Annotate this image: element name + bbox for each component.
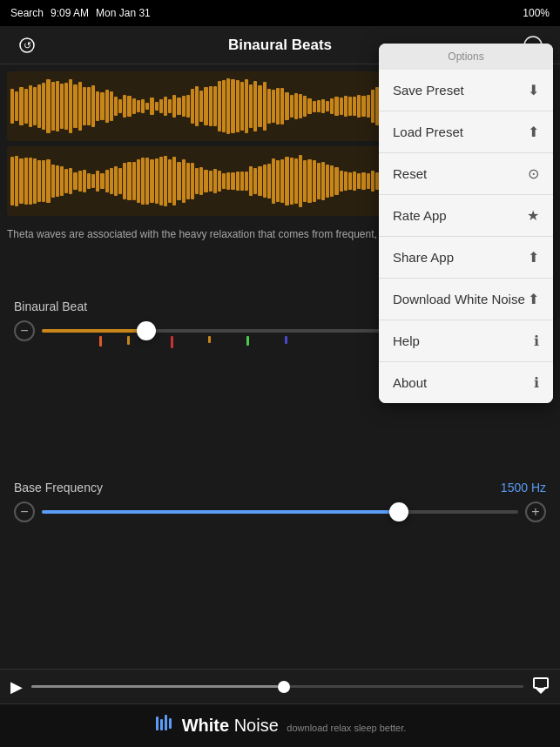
svg-rect-9 — [169, 718, 172, 729]
frequency-decrease-button[interactable]: − — [14, 501, 35, 522]
download-white-noise-label: Download White Noise — [393, 292, 525, 306]
white-noise-icon — [154, 713, 175, 738]
load-preset-label: Load Preset — [393, 124, 463, 139]
save-preset-label: Save Preset — [393, 83, 464, 98]
help-item[interactable]: Help ℹ — [379, 320, 553, 362]
airplay-button[interactable] — [532, 676, 550, 697]
battery-label: 100% — [523, 7, 550, 19]
dropdown-header: Options — [379, 44, 553, 70]
load-preset-icon: ⬆ — [528, 124, 539, 140]
help-icon: ℹ — [534, 333, 539, 349]
reset-label: Reset — [393, 166, 427, 181]
play-button[interactable]: ▶ — [10, 677, 23, 697]
binaural-decrease-button[interactable]: − — [14, 320, 35, 341]
base-frequency-section: Base Frequency 1500 Hz − + — [0, 481, 560, 522]
svg-rect-8 — [165, 715, 167, 730]
base-frequency-label: Base Frequency — [14, 481, 103, 495]
rate-app-item[interactable]: Rate App ★ — [379, 195, 553, 237]
share-app-label: Share App — [393, 250, 454, 265]
download-white-noise-icon: ⬆ — [528, 291, 539, 307]
progress-thumb[interactable] — [278, 681, 290, 693]
about-label: About — [393, 375, 427, 390]
base-frequency-thumb[interactable] — [389, 502, 408, 522]
share-app-icon: ⬆ — [528, 249, 539, 266]
rate-app-icon: ★ — [527, 207, 539, 224]
binaural-beat-label: Binaural Beat — [14, 299, 87, 313]
reset-item[interactable]: Reset ⊙ — [379, 153, 553, 195]
time-label: 9:09 AM — [51, 7, 89, 19]
help-label: Help — [393, 333, 420, 348]
date-label: Mon Jan 31 — [96, 7, 151, 19]
status-left: Search 9:09 AM Mon Jan 31 — [10, 7, 151, 19]
svg-text:↺: ↺ — [24, 40, 31, 50]
svg-rect-6 — [156, 717, 159, 730]
page-title: Binaural Beats — [228, 37, 332, 54]
dropdown-menu: Options Save Preset ⬇ Load Preset ⬆ Rese… — [379, 44, 553, 403]
footer: White Noise download relax sleep better. — [0, 703, 560, 747]
base-frequency-fill — [42, 510, 399, 514]
playback-bar: ▶ — [0, 669, 560, 703]
progress-fill — [31, 685, 278, 688]
about-icon: ℹ — [534, 374, 539, 391]
binaural-beat-fill — [42, 329, 146, 333]
save-preset-item[interactable]: Save Preset ⬇ — [379, 70, 553, 111]
save-preset-icon: ⬇ — [528, 82, 539, 98]
status-bar: Search 9:09 AM Mon Jan 31 100% — [0, 0, 560, 26]
base-frequency-track[interactable] — [42, 510, 518, 514]
svg-rect-7 — [160, 719, 163, 730]
frequency-increase-button[interactable]: + — [525, 501, 546, 522]
share-app-item[interactable]: Share App ⬆ — [379, 237, 553, 279]
about-item[interactable]: About ℹ — [379, 362, 553, 403]
search-label[interactable]: Search — [10, 7, 44, 19]
footer-tagline: download relax sleep better. — [287, 723, 406, 733]
reset-icon: ⊙ — [528, 165, 539, 182]
download-white-noise-item[interactable]: Download White Noise ⬆ — [379, 279, 553, 320]
base-frequency-value: 1500 Hz — [501, 481, 546, 495]
rate-app-label: Rate App — [393, 208, 447, 223]
progress-track[interactable] — [31, 685, 523, 688]
back-button[interactable]: ↺ — [14, 32, 40, 58]
brand-name: White Noise — [182, 716, 284, 735]
load-preset-item[interactable]: Load Preset ⬆ — [379, 111, 553, 153]
